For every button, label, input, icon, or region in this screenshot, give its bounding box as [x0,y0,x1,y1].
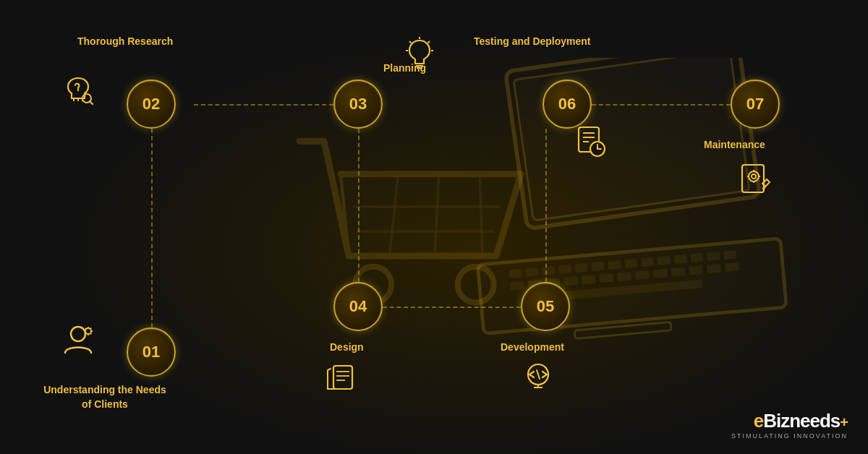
step-06-label: Testing and Deployment [474,35,591,47]
logo-tagline: stimulating innovation [731,432,848,440]
step-07-label: Maintenance [704,139,765,150]
logo: eBizneeds+ stimulating innovation [731,410,848,440]
step-circle-05: 05 [521,282,570,331]
maintenance-icon [736,160,774,198]
svg-point-78 [749,171,759,181]
step-circle-01: 01 [127,327,176,377]
svg-point-54 [77,90,79,91]
svg-line-45 [85,328,86,329]
svg-line-48 [90,328,91,329]
svg-rect-62 [333,366,352,389]
svg-line-59 [428,41,430,43]
connector-01-02 [151,129,153,327]
code-icon [519,361,557,393]
logo-text: eBizneeds+ [754,410,848,432]
step-circle-04: 04 [333,282,383,331]
connector-03-04 [358,129,359,282]
brain-search-icon [59,71,97,108]
design-icon [322,360,359,395]
step-circle-03: 03 [333,80,383,129]
connector-05-06 [545,129,547,282]
main-content: 01 Understanding the Needs of Clients 02… [0,0,868,454]
svg-line-67 [537,370,540,379]
step-circle-02: 02 [127,80,176,129]
step-03-label: Planning [383,62,426,74]
step-05-label: Development [501,341,564,353]
connector-02-03 [194,104,333,106]
svg-line-47 [85,333,86,334]
testing-icon [571,121,609,159]
connector-04-05 [383,307,521,308]
step-circle-07: 07 [731,80,780,129]
svg-line-46 [90,333,91,334]
svg-point-40 [85,328,91,334]
svg-point-39 [71,327,85,341]
svg-line-58 [409,41,412,43]
svg-point-83 [752,174,756,179]
connector-06-07 [592,104,731,106]
step-01-label: Understanding the Needs of Clients [40,383,170,411]
step-04-label: Design [330,341,364,353]
step-02-label: Thorough Research [77,35,173,47]
person-gear-icon [59,321,97,359]
svg-line-53 [90,101,93,104]
